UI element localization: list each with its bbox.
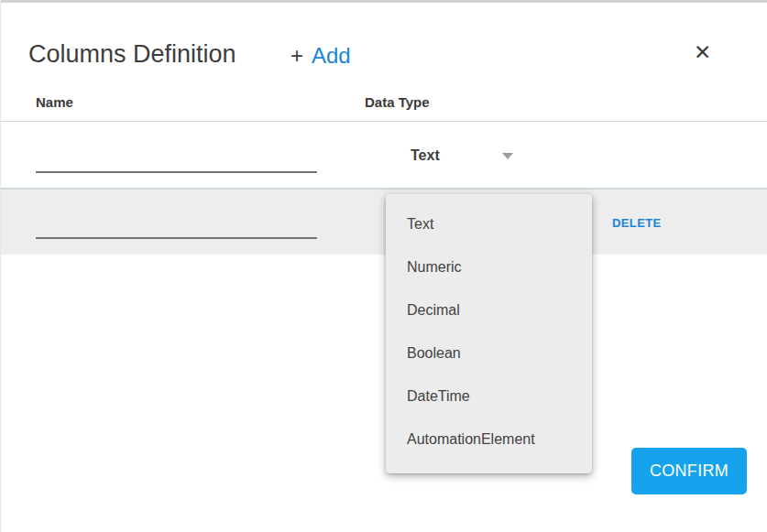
data-type-select[interactable]: Text — [411, 142, 513, 169]
dropdown-option-decimal[interactable]: Decimal — [386, 288, 592, 331]
delete-row-button[interactable]: DELETE — [612, 216, 662, 230]
header-divider — [1, 121, 767, 122]
dialog-title: Columns Definition — [28, 40, 236, 69]
dropdown-option-automationelement[interactable]: AutomationElement — [386, 418, 592, 461]
plus-icon: + — [290, 43, 303, 69]
dropdown-option-datetime[interactable]: DateTime — [386, 375, 592, 418]
dropdown-option-numeric[interactable]: Numeric — [386, 245, 592, 288]
add-button-label: Add — [312, 43, 351, 69]
dropdown-option-text[interactable]: Text — [386, 202, 592, 245]
dropdown-option-boolean[interactable]: Boolean — [386, 331, 592, 375]
data-type-dropdown-menu: Text Numeric Decimal Boolean DateTime Au… — [386, 194, 592, 473]
confirm-button[interactable]: CONFIRM — [631, 448, 747, 494]
columns-definition-dialog: Columns Definition + Add ✕ Name Data Typ… — [0, 0, 767, 532]
top-edge-divider — [1, 0, 767, 3]
add-column-button[interactable]: + Add — [290, 43, 351, 69]
column-name-input-row1[interactable] — [36, 147, 317, 173]
close-icon[interactable]: ✕ — [690, 38, 715, 67]
chevron-down-icon — [502, 153, 513, 159]
column-header-name: Name — [36, 94, 73, 110]
column-name-input-row2[interactable] — [36, 213, 317, 239]
column-header-data-type: Data Type — [365, 94, 430, 110]
data-type-selected-value: Text — [411, 147, 440, 164]
